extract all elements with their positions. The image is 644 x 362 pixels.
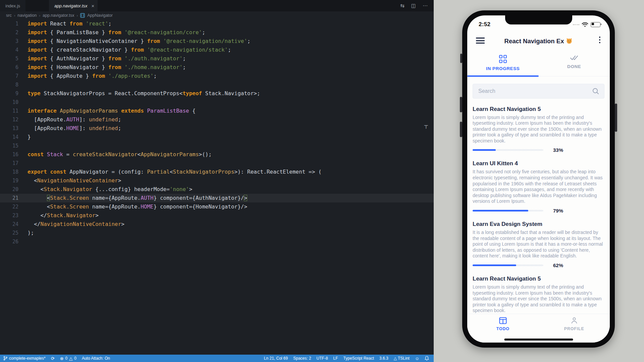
more-actions-icon[interactable]: ⋯ <box>423 3 428 9</box>
progress-fill <box>473 210 528 212</box>
breadcrumb-symbol[interactable]: AppNavigator <box>87 13 113 18</box>
line-number: 6 <box>0 63 18 72</box>
status-bar: complete-exmaples* ⟳ ⊗ 0 △ 0 Auto Attach… <box>0 355 434 362</box>
code-line[interactable]: 17 <box>0 159 434 168</box>
code-line[interactable]: 3import { NavigationNativeContainer } fr… <box>0 37 434 46</box>
active-tab-indicator <box>467 75 539 77</box>
task-description: It is a long established fact that a rea… <box>473 230 604 259</box>
code-area[interactable]: 1import React from 'react';2import { Par… <box>0 19 434 246</box>
notch <box>505 15 572 24</box>
git-branch-item[interactable]: complete-exmaples* <box>3 356 46 361</box>
task-card[interactable]: Learn UI Kitten 4It has survived not onl… <box>473 160 604 214</box>
line-number: 11 <box>0 107 18 115</box>
feedback-smiley-icon[interactable]: ☺ <box>415 356 419 361</box>
line-number: 10 <box>0 98 18 107</box>
code-line[interactable]: 19 <NavigationNativeContainer> <box>0 176 434 185</box>
line-number: 15 <box>0 141 18 150</box>
status-item[interactable]: 3.6.3 <box>379 356 388 361</box>
line-number: 13 <box>0 124 18 133</box>
compare-icon[interactable]: ⇆ <box>400 3 405 9</box>
code-line[interactable]: 15 <box>0 141 434 150</box>
volume-up-button <box>460 97 462 112</box>
sync-button[interactable]: ⟳ <box>51 356 55 361</box>
code-line[interactable]: 13 [AppRoute.HOME]: undefined; <box>0 124 434 133</box>
line-number: 14 <box>0 133 18 141</box>
split-editor-icon[interactable]: ◫ <box>411 3 416 9</box>
code-line[interactable]: 2import { ParamListBase } from '@react-n… <box>0 28 434 37</box>
search-input[interactable] <box>478 88 592 95</box>
status-item[interactable]: LF <box>333 356 338 361</box>
auto-attach-toggle[interactable]: Auto Attach: On <box>82 356 110 361</box>
breadcrumb-separator: › <box>39 13 40 17</box>
editor-tab-bar: index.js app.navigator.tsx × ⇆◫⋯ <box>0 0 434 11</box>
errors-icon: ⊗ <box>60 356 64 361</box>
task-card[interactable]: Learn Eva Design SystemIt is a long esta… <box>473 221 604 268</box>
code-line[interactable]: 1import React from 'react'; <box>0 19 434 28</box>
search-icon <box>592 87 599 95</box>
app-top-bar: React Navigation Ex <box>467 35 610 48</box>
code-line[interactable]: 8 <box>0 80 434 89</box>
line-number: 26 <box>0 237 18 246</box>
code-line[interactable]: 23 </Stack.Navigator> <box>0 211 434 220</box>
code-line[interactable]: 6import { HomeNavigator } from './home.n… <box>0 63 434 72</box>
line-number: 23 <box>0 211 18 220</box>
code-line[interactable]: 16const Stack = createStackNavigator<App… <box>0 150 434 159</box>
close-tab-icon[interactable]: × <box>92 3 95 9</box>
task-progress: 62% <box>473 262 604 268</box>
code-line[interactable]: 18export const AppNavigator = (config: P… <box>0 168 434 176</box>
cat-emoji <box>566 36 573 49</box>
tab-index-js[interactable]: index.js <box>0 0 25 11</box>
code-line[interactable]: 7import { AppRoute } from './app-routes'… <box>0 72 434 80</box>
breadcrumb-navigation[interactable]: navigation <box>17 13 37 18</box>
git-branch-icon <box>3 356 7 361</box>
status-item[interactable]: Spaces: 2 <box>293 356 311 361</box>
clock: 2:52 <box>479 21 490 28</box>
status-item[interactable]: UTF-8 <box>317 356 328 361</box>
wifi-icon <box>582 22 588 27</box>
progress-track <box>473 264 543 266</box>
notifications-bell-icon[interactable] <box>425 356 429 361</box>
line-number: 17 <box>0 159 18 168</box>
tab-done[interactable]: DONE <box>539 52 610 76</box>
line-number: 4 <box>0 46 18 54</box>
progress-fill <box>473 149 496 151</box>
tab-label: index.js <box>5 3 20 8</box>
breadcrumb: src › navigation › app.navigator.tsx › A… <box>0 11 434 19</box>
code-editor-pane: index.js app.navigator.tsx × ⇆◫⋯ src › n… <box>0 0 434 362</box>
task-progress: 79% <box>473 208 604 214</box>
code-line[interactable]: 14} <box>0 133 434 141</box>
editor-actions: ⇆◫⋯ <box>400 0 434 11</box>
code-line[interactable]: 21 <Stack.Screen name={AppRoute.AUTH} co… <box>0 194 434 202</box>
overflow-menu-icon[interactable] <box>599 37 600 45</box>
code-line[interactable]: 9type StackNavigatorProps = React.Compon… <box>0 89 434 98</box>
code-line[interactable]: 25); <box>0 229 434 237</box>
code-line[interactable]: 26 <box>0 237 434 246</box>
mute-switch <box>460 54 462 63</box>
breadcrumb-src[interactable]: src <box>6 13 12 18</box>
code-line[interactable]: 24 </NavigationNativeContainer> <box>0 220 434 229</box>
code-line[interactable]: 11interface AppNavigatorParams extends P… <box>0 107 434 115</box>
code-line[interactable]: 5import { AuthNavigator } from './auth.n… <box>0 54 434 63</box>
symbol-icon <box>80 13 85 18</box>
code-line[interactable]: 20 <Stack.Navigator {...config} headerMo… <box>0 185 434 194</box>
task-card[interactable]: Learn React Navigation 5Lorem Ipsum is s… <box>473 106 604 153</box>
code-line[interactable]: 4import { createStackNavigator } from '@… <box>0 46 434 54</box>
line-number: 8 <box>0 80 18 89</box>
status-item[interactable]: △ TSLint <box>394 356 410 361</box>
menu-icon[interactable] <box>476 38 485 45</box>
breadcrumb-file[interactable]: app.navigator.tsx <box>43 13 74 18</box>
task-list: Learn React Navigation 5Lorem Ipsum is s… <box>467 106 610 323</box>
profile-person-icon <box>571 317 578 324</box>
task-description: Lorem Ipsum is simply dummy text of the … <box>473 284 604 314</box>
problems-indicator[interactable]: ⊗ 0 △ 0 <box>60 356 76 361</box>
tab-in-progress[interactable]: IN PROGRESS <box>467 52 539 76</box>
code-line[interactable]: 10 <box>0 98 434 107</box>
tab-app-navigator-tsx[interactable]: app.navigator.tsx × <box>49 0 98 11</box>
status-item[interactable]: TypeScript React <box>343 356 374 361</box>
home-indicator[interactable] <box>504 339 573 341</box>
cellular-signal-icon <box>573 24 580 25</box>
status-item[interactable]: Ln 21, Col 69 <box>264 356 288 361</box>
code-line[interactable]: 22 <Stack.Screen name={AppRoute.HOME} co… <box>0 202 434 211</box>
line-number: 12 <box>0 115 18 124</box>
code-line[interactable]: 12 [AppRoute.AUTH]: undefined; <box>0 115 434 124</box>
